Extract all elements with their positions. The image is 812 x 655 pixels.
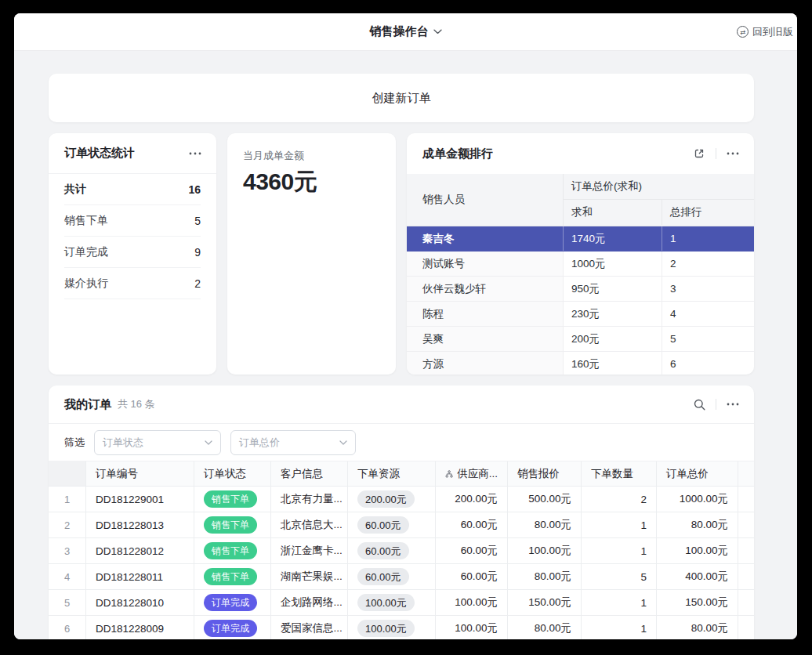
status-row-value: 16 xyxy=(188,183,201,196)
chevron-down-icon xyxy=(339,440,347,445)
order-number: DD181229001 xyxy=(86,487,194,512)
orders-count: 共 16 条 xyxy=(118,397,155,411)
rank-row[interactable]: 伙伴云魏少轩950元3 xyxy=(407,277,754,302)
row-index-header xyxy=(49,461,86,486)
order-index: 3 xyxy=(49,538,86,563)
create-order-button[interactable]: 创建新订单 xyxy=(49,74,754,122)
resource-pill: 200.00元 xyxy=(357,490,415,508)
status-list: 共计16销售下单5订单完成9媒介执行2 xyxy=(49,174,216,299)
order-total: 1000.00元 xyxy=(657,487,738,512)
top-bar: 销售操作台 ⇄ 回到旧版 xyxy=(14,13,797,51)
resource-pill: 60.00元 xyxy=(357,568,409,585)
rank-position: 4 xyxy=(662,302,754,326)
order-qty: 2 xyxy=(582,487,657,512)
order-supplier: 60.00元 xyxy=(436,538,508,563)
order-total: 400.00元 xyxy=(657,564,738,589)
rank-position: 1 xyxy=(662,226,754,251)
status-row[interactable]: 媒介执行2 xyxy=(64,268,201,299)
order-filler xyxy=(738,616,754,639)
order-index: 4 xyxy=(49,564,86,589)
rank-row[interactable]: 秦吉冬1740元1 xyxy=(407,226,754,252)
workspace-switcher[interactable]: 销售操作台 xyxy=(370,24,442,39)
more-dots-icon xyxy=(727,403,739,406)
resource-pill: 100.00元 xyxy=(357,620,415,637)
order-quote: 500.00元 xyxy=(508,487,582,512)
col-order-total: 订单总价 xyxy=(657,461,738,486)
order-total-filter-select[interactable]: 订单总价 xyxy=(230,430,356,455)
rank-position: 6 xyxy=(662,352,754,375)
order-row[interactable]: 2DD181228013销售下单北京信息大...60.00元60.00元80.0… xyxy=(49,512,754,538)
order-status: 销售下单 xyxy=(194,512,271,537)
order-row[interactable]: 3DD181228012销售下单浙江金鹰卡...60.00元60.00元100.… xyxy=(49,538,754,564)
order-status: 订单完成 xyxy=(194,616,271,639)
status-row[interactable]: 订单完成9 xyxy=(64,237,201,268)
status-row-label: 销售下单 xyxy=(64,214,108,228)
rank-row[interactable]: 陈程230元4 xyxy=(407,302,754,327)
order-qty: 1 xyxy=(582,590,657,615)
order-supplier: 100.00元 xyxy=(436,590,508,615)
order-supplier: 60.00元 xyxy=(436,512,508,537)
order-customer: 北京信息大... xyxy=(271,512,348,537)
status-card-more-button[interactable] xyxy=(187,145,204,162)
filter-label: 筛选 xyxy=(64,436,85,450)
ranking-export-button[interactable] xyxy=(691,145,708,162)
more-dots-icon xyxy=(189,152,201,155)
back-to-old-version-link[interactable]: ⇄ 回到旧版 xyxy=(737,13,793,50)
status-pill: 销售下单 xyxy=(204,542,257,559)
orders-card-title: 我的订单 xyxy=(64,397,111,412)
order-row[interactable]: 6DD181228009订单完成爱国家信息...100.00元100.00元80… xyxy=(49,616,754,639)
order-row[interactable]: 5DD181228010订单完成企划路网络...100.00元100.00元15… xyxy=(49,590,754,616)
status-row[interactable]: 销售下单5 xyxy=(64,205,201,237)
order-row[interactable]: 4DD181228011销售下单湖南芒果娱...60.00元60.00元80.0… xyxy=(49,564,754,590)
ranking-more-button[interactable] xyxy=(724,145,741,162)
order-index: 6 xyxy=(49,616,86,639)
rank-sum: 1740元 xyxy=(564,226,662,251)
order-resource: 200.00元 xyxy=(348,487,436,512)
order-status-filter-select[interactable]: 订单状态 xyxy=(94,430,221,455)
col-order-status: 订单状态 xyxy=(194,461,271,486)
open-in-new-icon xyxy=(693,147,705,160)
col-supplier: 供应商... xyxy=(436,461,508,486)
back-link-label: 回到旧版 xyxy=(752,25,793,39)
rank-name: 吴爽 xyxy=(407,327,564,351)
status-pill: 销售下单 xyxy=(204,516,257,534)
order-qty: 1 xyxy=(582,616,657,639)
ranking-table: 销售人员 订单总价(求和) 求和 总排行 秦吉冬1740元1测试账号1000元2… xyxy=(407,174,754,375)
select-placeholder: 订单总价 xyxy=(239,436,280,450)
ranking-table-header: 销售人员 订单总价(求和) 求和 总排行 xyxy=(407,174,754,226)
orders-more-button[interactable] xyxy=(724,396,741,413)
order-quote: 80.00元 xyxy=(508,616,582,639)
rank-name: 伙伴云魏少轩 xyxy=(407,277,564,301)
rank-sum: 1000元 xyxy=(564,252,662,276)
order-supplier: 100.00元 xyxy=(436,616,508,639)
status-row[interactable]: 共计16 xyxy=(64,174,201,205)
rank-row[interactable]: 方源160元6 xyxy=(407,352,754,375)
order-number: DD181228011 xyxy=(86,564,194,589)
order-status: 订单完成 xyxy=(194,590,271,615)
rank-sum: 200元 xyxy=(564,327,662,351)
chevron-down-icon xyxy=(205,440,212,445)
orders-table-header: 订单编号 订单状态 客户信息 下单资源 供应商... 销售报价 下单数量 订单总… xyxy=(49,461,754,487)
order-qty: 1 xyxy=(582,538,657,563)
search-icon xyxy=(693,398,706,411)
filter-bar: 筛选 订单状态 订单总价 xyxy=(49,424,754,461)
ranking-col-group: 订单总价(求和) xyxy=(564,174,754,200)
order-quote: 150.00元 xyxy=(508,590,582,615)
status-row-value: 9 xyxy=(194,246,201,259)
order-quote: 80.00元 xyxy=(508,564,582,589)
order-filler xyxy=(738,564,754,589)
order-index: 2 xyxy=(49,512,86,537)
rank-name: 陈程 xyxy=(407,302,564,326)
ranking-col-sum: 求和 xyxy=(564,200,662,225)
col-order-number: 订单编号 xyxy=(86,461,194,486)
order-filler xyxy=(738,487,754,512)
order-row[interactable]: 1DD181229001销售下单北京有力量...200.00元200.00元50… xyxy=(49,487,754,512)
rank-row[interactable]: 吴爽200元5 xyxy=(407,327,754,352)
rank-row[interactable]: 测试账号1000元2 xyxy=(407,252,754,277)
rank-position: 5 xyxy=(662,327,754,351)
orders-search-button[interactable] xyxy=(691,396,708,413)
order-total: 100.00元 xyxy=(657,538,738,563)
divider xyxy=(716,399,716,410)
col-order-resource: 下单资源 xyxy=(348,461,436,486)
order-resource: 60.00元 xyxy=(348,538,436,563)
